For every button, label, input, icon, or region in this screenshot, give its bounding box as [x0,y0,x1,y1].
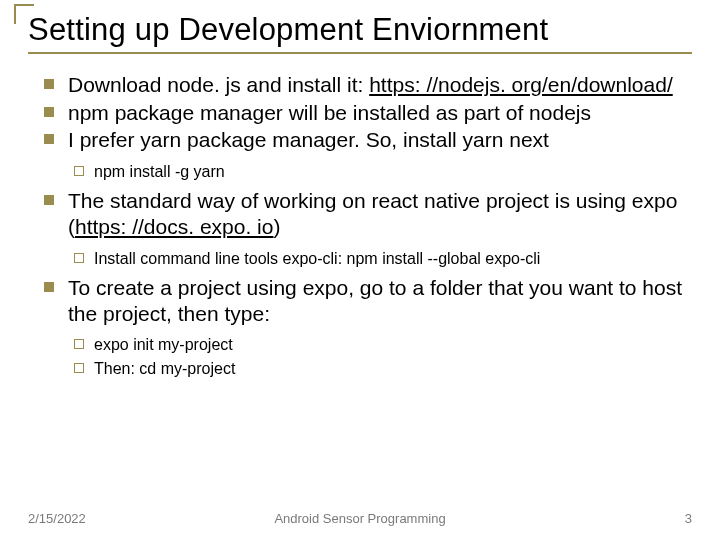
footer-page-number: 3 [685,511,692,526]
sub-list: Install command line tools expo-cli: npm… [68,248,686,270]
text: npm package manager will be installed as… [68,101,591,124]
sub-list-item: Then: cd my-project [68,358,686,380]
list-item: npm package manager will be installed as… [40,100,686,126]
sub-list: npm install -g yarn [68,161,686,183]
list-item: The standard way of working on react nat… [40,188,686,269]
text: expo init my-project [94,336,233,353]
content-area: Download node. js and install it: https:… [28,72,692,380]
footer-title: Android Sensor Programming [274,511,445,526]
text: ) [273,215,280,238]
list-item: To create a project using expo, go to a … [40,275,686,379]
sub-list: expo init my-project Then: cd my-project [68,334,686,379]
corner-decoration [14,4,34,24]
link-text: https: //nodejs. org/en/download/ [369,73,673,96]
text: To create a project using expo, go to a … [68,276,682,325]
text: Then: cd my-project [94,360,235,377]
bullet-list: Download node. js and install it: https:… [40,72,686,380]
sub-list-item: expo init my-project [68,334,686,356]
sub-list-item: npm install -g yarn [68,161,686,183]
title-container: Setting up Development Enviornment [28,12,692,54]
sub-list-item: Install command line tools expo-cli: npm… [68,248,686,270]
text: npm install -g yarn [94,163,225,180]
text: Download node. js and install it: [68,73,369,96]
slide: Setting up Development Enviornment Downl… [0,0,720,540]
link-text: https: //docs. expo. io [75,215,273,238]
text: I prefer yarn package manager. So, insta… [68,128,549,151]
list-item: I prefer yarn package manager. So, insta… [40,127,686,182]
footer-date: 2/15/2022 [28,511,86,526]
text: Install command line tools expo-cli: npm… [94,250,540,267]
footer: 2/15/2022 Android Sensor Programming 3 [0,511,720,526]
list-item: Download node. js and install it: https:… [40,72,686,98]
slide-title: Setting up Development Enviornment [28,12,692,48]
